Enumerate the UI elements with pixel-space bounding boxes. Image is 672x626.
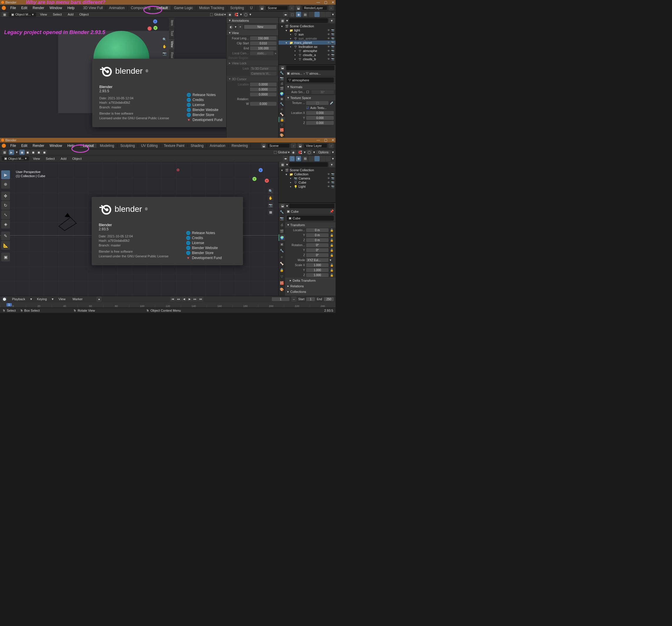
visibility-icon[interactable]: 👁 [327, 41, 330, 44]
lock-to-cursor-toggle[interactable]: To 3D Cursor [250, 67, 277, 71]
zoom-icon[interactable]: 🔍 [162, 37, 167, 42]
npanel-tab-view[interactable]: View [169, 39, 174, 50]
link-release-notes[interactable]: 🌐Release Notes [186, 231, 221, 235]
expand-icon[interactable]: • [289, 45, 293, 48]
perspective-icon[interactable]: ▦ [268, 209, 273, 215]
options-dropdown[interactable]: Options [316, 150, 331, 154]
property-tab-12[interactable]: 🎨 [279, 133, 285, 138]
view-panel-header[interactable]: ▾ View [226, 30, 278, 36]
link-store[interactable]: 🌐Blender Store [187, 113, 222, 117]
render-visibility-icon[interactable]: 📷 [331, 185, 334, 188]
editor-type-icon[interactable]: ▦ [2, 12, 7, 17]
material-shading-icon[interactable] [320, 156, 325, 161]
workspace-tab-game-logic[interactable]: Game Logic [171, 6, 196, 10]
property-tab-2[interactable]: 🖨 [279, 81, 285, 86]
editor-type-icon[interactable]: ⬓ [280, 65, 285, 71]
property-tab-5[interactable]: ▣ [279, 241, 285, 247]
normals-section-header[interactable]: ▾Normals [285, 84, 336, 90]
link-license[interactable]: 🌐License [187, 103, 222, 107]
new-scene-icon[interactable]: ▫ [291, 143, 296, 148]
property-tab-4[interactable]: 🌍 [279, 91, 285, 96]
datablock-name-input[interactable]: ▽ atmosphere [287, 77, 334, 82]
editor-type-icon[interactable]: ⬓ [280, 203, 285, 209]
link-credits[interactable]: 🌐Credits [186, 236, 221, 240]
link-website[interactable]: 🌐Blender Website [186, 246, 221, 250]
relations-header[interactable]: ▸Relations [285, 283, 336, 289]
new-scene-icon[interactable]: ▫ [289, 5, 294, 10]
render-visibility-icon[interactable]: 📷 [331, 173, 334, 176]
chevron-down-icon[interactable]: ▾ [286, 19, 288, 23]
keyframe-next-icon[interactable]: ▸▸ [192, 297, 198, 302]
play-icon[interactable]: ▶ [187, 297, 192, 302]
rotation-mode-dropdown[interactable]: XYZ Eul... [306, 258, 329, 262]
z-axis-icon[interactable]: Z [153, 19, 157, 24]
property-tab-9[interactable]: 🔒 [279, 117, 285, 122]
transform-panel-header[interactable]: ▾Transform [285, 222, 336, 228]
npanel-tab-tool[interactable]: Tool [169, 28, 174, 39]
property-tab-7[interactable]: ⚛ [279, 254, 285, 260]
header-object[interactable]: Object [70, 157, 84, 161]
link-credits[interactable]: 🌐Credits [187, 98, 222, 102]
property-tab-10[interactable]: ▽ [279, 122, 285, 127]
workspace-tab-u[interactable]: U [247, 6, 256, 10]
menu-window[interactable]: Window [47, 144, 65, 148]
property-tab-4[interactable]: 🌍 [279, 235, 285, 241]
transform-orientation-dropdown[interactable]: Global ▾ [278, 150, 290, 154]
solid-shading-icon[interactable] [314, 156, 320, 161]
visibility-icon[interactable]: 👁 [327, 53, 330, 56]
browse-layer-icon[interactable]: ⬓ [297, 143, 303, 148]
viewlayer-name-input[interactable] [304, 143, 327, 148]
selectability-icon[interactable]: ◂▸ [283, 12, 288, 17]
render-visibility-icon[interactable]: 📷 [331, 33, 334, 36]
measure-tool[interactable]: 📐 [1, 241, 10, 250]
property-tab-7[interactable]: ⚛ [279, 106, 285, 112]
property-tab-12[interactable]: 🎨 [279, 286, 285, 293]
scale-z-input[interactable]: 1.000 [306, 273, 329, 277]
mode-dropdown[interactable]: ▣ Object M... ▾ [9, 13, 36, 17]
xray-icon[interactable]: ▤ [302, 156, 308, 161]
outliner-item[interactable]: •📷Camera👁📷 [279, 176, 336, 180]
chevron-down-icon[interactable]: ▾ [304, 150, 306, 154]
cursor-y-input[interactable]: 0.0000 [250, 88, 277, 91]
window-minimize-icon[interactable]: — [316, 138, 320, 142]
cursor-x-input[interactable]: 0.0000 [250, 82, 277, 87]
start-frame-input[interactable]: 1 [306, 297, 315, 301]
menu-file[interactable]: File [8, 6, 19, 10]
properties-search[interactable] [289, 203, 334, 208]
end-frame-input[interactable]: 250 [324, 297, 334, 301]
rendered-shading-icon[interactable] [326, 156, 331, 161]
close-icon[interactable]: × [275, 52, 277, 55]
play-reverse-icon[interactable]: ◀ [181, 297, 187, 302]
window-close-icon[interactable]: ✕ [332, 138, 334, 142]
visibility-icon[interactable]: 👁 [327, 177, 330, 180]
chevron-down-icon[interactable]: ▾ [332, 156, 334, 161]
visibility-icon[interactable]: 👁 [327, 33, 330, 36]
lock-icon[interactable]: 🔓 [330, 254, 334, 257]
transform-orientation-dropdown[interactable]: Global ▾ [214, 13, 226, 17]
workspace-tab-sculpting[interactable]: Sculpting [118, 144, 138, 148]
pin-icon[interactable]: 📌 [330, 210, 334, 213]
rotation-x-input[interactable]: 0° [306, 243, 329, 247]
snap-icon[interactable]: 🧲 [234, 12, 239, 17]
y-axis-icon[interactable]: Y [253, 177, 257, 181]
cam-to-view-toggle[interactable]: Camera to Vi... [250, 72, 277, 75]
proportional-icon[interactable]: ◯ [307, 149, 312, 155]
filter-icon[interactable]: ▼ [329, 162, 334, 167]
new-layer-icon[interactable]: ▫ [329, 143, 334, 148]
chevron-down-icon[interactable]: ▾ [313, 150, 315, 154]
property-tab-3[interactable]: 🎬 [279, 228, 285, 235]
mode-dropdown[interactable]: ▣ Object M... ▾ [2, 156, 29, 161]
viewlayer-name-input[interactable] [302, 6, 327, 10]
expand-icon[interactable]: • [293, 57, 297, 61]
property-tab-0[interactable]: 🔧 [279, 71, 285, 76]
property-tab-1[interactable]: 📷 [279, 76, 285, 81]
chevron-down-icon[interactable]: ▾ [332, 150, 334, 154]
header-view[interactable]: View [31, 157, 42, 161]
header-select[interactable]: Select [51, 13, 64, 16]
visibility-icon[interactable]: 👁 [327, 181, 330, 184]
display-mode-icon[interactable]: ▦ [280, 162, 285, 167]
property-tab-0[interactable]: 🔧 [279, 209, 285, 215]
visibility-icon[interactable]: 👁 [327, 173, 330, 176]
solid-shading-icon[interactable] [314, 12, 320, 17]
lock-icon[interactable]: 🔓 [330, 243, 334, 247]
